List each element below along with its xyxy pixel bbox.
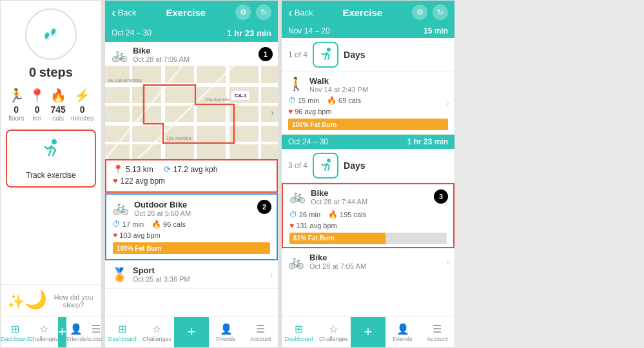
back-button-right[interactable]: Back	[288, 6, 313, 19]
bike-3-bpm-row: ♥ 131 avg bpm	[289, 221, 447, 230]
distance-speed-row: 📍 5.13 km ⟳ 17.2 avg kph	[113, 164, 270, 174]
back-button-mid[interactable]: Back	[112, 6, 137, 19]
nav-dashboard[interactable]: ⊞ Dashboard	[1, 317, 29, 347]
walk-header: 🚶 Walk Nov 14 at 2:43 PM	[288, 76, 448, 93]
fat-burn-container-3: 61% Fat Burn	[289, 233, 447, 244]
clock-icon-walk: ⏱	[288, 96, 296, 105]
mid-header-icons: ⚙ ↻	[235, 5, 271, 20]
bike-3-stats-row1: ⏱ 26 min 🔥 195 cals	[289, 210, 447, 219]
nav-account-right[interactable]: ☰ Account	[420, 317, 454, 347]
flame-icon: 🔥	[50, 88, 66, 103]
nav-challenges-mid[interactable]: ☆ Challenges	[140, 317, 175, 347]
days-label-1: Days	[344, 50, 365, 60]
stats-highlight-box: 📍 5.13 km ⟳ 17.2 avg kph ♥ 122 avg bpm	[105, 159, 278, 193]
outdoor-bike-bpm: ♥ 103 avg bpm	[113, 231, 161, 240]
nav-add-right[interactable]: +	[351, 317, 385, 347]
exercise-panel-right: Back Exercise ⚙ ↻ Nov 14 – 20 15 min 1 o…	[281, 0, 455, 348]
challenges-icon-right: ☆	[329, 323, 338, 335]
fat-burn-label-walk: 100% Fat Burn	[288, 121, 337, 128]
bike-3-header: 🚲 Bike Oct 28 at 7:44 AM 3	[283, 184, 453, 208]
nav-friends-right[interactable]: 👤 Friends	[385, 317, 420, 347]
bike-date-1: Oct 28 at 7:06 AM	[133, 55, 190, 63]
fat-burn-container-1: 100% Fat Burn	[113, 242, 270, 254]
exercise-panel-mid: Back Exercise ⚙ ↻ Oct 24 – 30 1 hr 23 mi…	[104, 0, 278, 348]
days-fraction-2: 3 of 4	[288, 161, 307, 170]
sleep-section[interactable]: ✨ 🌙 How did you sleep?	[1, 284, 101, 316]
bike-3-chevron: ›	[445, 198, 448, 208]
friends-icon-mid: 👤	[220, 323, 233, 335]
nav-challenges-right[interactable]: ☆ Challenges	[317, 317, 351, 347]
add-icon-mid: +	[188, 324, 196, 340]
bike-icon-3: 🚲	[289, 188, 306, 204]
bike-3-duration: ⏱ 26 min	[289, 210, 320, 219]
walk-icon: 🚶	[288, 76, 304, 92]
settings-icon-right[interactable]: ⚙	[412, 5, 427, 20]
outdoor-bike-bpm-row: ♥ 103 avg bpm	[113, 231, 270, 240]
svg-text:10a Avenida: 10a Avenida	[205, 97, 230, 102]
settings-icon[interactable]: ⚙	[235, 5, 251, 20]
refresh-icon-right[interactable]: ↻	[433, 5, 448, 20]
bike-entry-1[interactable]: 🚲 Bike Oct 28 at 7:06 AM 1	[105, 42, 278, 193]
flame-icon-walk: 🔥	[327, 96, 337, 105]
week1-header: Nov 14 – 20 15 min	[282, 24, 454, 38]
days-fraction-1: 1 of 4	[288, 50, 307, 59]
outdoor-bike-entry[interactable]: 🚲 Outdoor Bike Oct 26 at 5:50 AM 2 ⏱ 17 …	[105, 193, 278, 260]
flame-icon-3: 🔥	[328, 210, 338, 219]
map-view[interactable]: Av Las Americas 10a Avenida 15a Avenida …	[105, 66, 278, 159]
nav-challenges[interactable]: ☆ Challenges	[29, 317, 58, 347]
account-icon-mid: ☰	[256, 323, 265, 335]
add-icon: +	[58, 324, 66, 340]
refresh-icon[interactable]: ↻	[256, 5, 271, 20]
entry-badge-1: 1	[259, 47, 273, 61]
bpm-row: ♥ 122 avg bpm	[113, 176, 270, 186]
steps-circle	[25, 8, 77, 60]
bike-entry-4[interactable]: 🚲 Bike Oct 28 at 7:05 AM ›	[282, 248, 454, 274]
track-exercise-button[interactable]: Track exercise	[6, 130, 96, 188]
clock-icon-3: ⏱	[289, 210, 297, 219]
fat-burn-container-walk: 100% Fat Burn	[288, 119, 448, 130]
week1-days-info: 1 of 4 Days	[282, 38, 454, 72]
challenges-icon-mid: ☆	[152, 323, 161, 335]
nav-account-mid[interactable]: ☰ Account	[243, 317, 278, 347]
bike-3-bpm: ♥ 131 avg bpm	[289, 221, 337, 230]
floors-stat: 🏃 0 floors	[8, 88, 24, 122]
walk-entry[interactable]: 🚶 Walk Nov 14 at 2:43 PM ⏱ 15 min 🔥 69 c…	[282, 72, 454, 135]
clock-icon-1: ⏱	[113, 220, 121, 229]
sport-entry[interactable]: 🏅 Sport Oct 25 at 3:36 PM ›	[105, 260, 278, 289]
bike-4-chevron: ›	[446, 256, 449, 267]
mid-header: Back Exercise ⚙ ↻	[105, 1, 278, 24]
right-title: Exercise	[342, 7, 382, 18]
map-svg: Av Las Americas 10a Avenida 15a Avenida …	[105, 66, 278, 159]
bike-title-1: Bike	[133, 46, 190, 55]
friends-icon-right: 👤	[396, 323, 409, 335]
bike-4-date: Oct 28 at 7:05 AM	[309, 262, 366, 270]
outdoor-bike-cals: 🔥 96 cals	[151, 220, 186, 229]
bike-entry-3[interactable]: 🚲 Bike Oct 28 at 7:44 AM 3 ⏱ 26 min 🔥 19…	[282, 183, 454, 248]
nav-dashboard-mid[interactable]: ⊞ Dashboard	[105, 317, 140, 347]
entry-badge-2: 2	[257, 200, 271, 214]
outdoor-bike-header: 🚲 Outdoor Bike Oct 26 at 5:50 AM 2	[113, 200, 270, 217]
bike-3-date: Oct 28 at 7:44 AM	[311, 198, 367, 206]
svg-point-20	[327, 48, 331, 52]
bike-3-stats: ⏱ 26 min 🔥 195 cals ♥ 131 avg bpm 61% Fa…	[283, 210, 453, 247]
walk-stats: ⏱ 15 min 🔥 69 cals	[288, 96, 448, 105]
heart-icon-1: ♥	[113, 176, 118, 186]
nav-friends[interactable]: 👤 Friends	[66, 317, 86, 347]
km-stat: 📍 0 km	[29, 88, 45, 122]
outdoor-bike-stats: ⏱ 17 min 🔥 96 cals	[113, 220, 270, 229]
right-header-icons: ⚙ ↻	[412, 5, 448, 20]
bike-3-cals: 🔥 195 cals	[328, 210, 366, 219]
expand-map-button[interactable]: ›	[271, 107, 274, 119]
bike-3-title: Bike	[311, 188, 367, 198]
floors-icon: 🏃	[8, 88, 24, 103]
svg-point-21	[327, 159, 331, 162]
nav-dashboard-right[interactable]: ⊞ Dashboard	[282, 317, 317, 347]
nav-add-mid[interactable]: +	[174, 317, 209, 347]
nav-friends-mid[interactable]: 👤 Friends	[209, 317, 244, 347]
challenges-icon: ☆	[39, 323, 48, 335]
bike-entry-header: 🚲 Bike Oct 28 at 7:06 AM 1	[105, 42, 278, 66]
nav-add[interactable]: +	[58, 317, 66, 347]
running-icon-1	[313, 42, 338, 68]
walk-bpm: ♥ 96 avg bpm	[288, 107, 332, 116]
track-exercise-label: Track exercise	[26, 171, 76, 180]
